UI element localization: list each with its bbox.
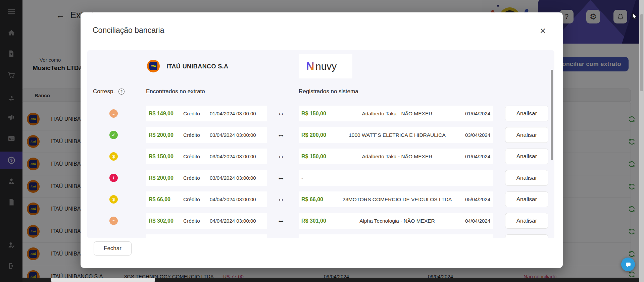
system-entry-empty: -	[299, 170, 493, 186]
system-entry: R$ 150,00 Adalberto Taka - NÃO MEXER 01/…	[299, 149, 493, 164]
system-entry: R$ 301,00 Alpha Tecnologia - NÃO MEXER 0…	[299, 213, 493, 229]
analyze-button[interactable]: Analisar	[505, 170, 548, 186]
svg-text:N: N	[306, 60, 314, 72]
match-row: $ R$ 150,00 Crédito 03/04/2024 03:00:00 …	[87, 149, 554, 164]
match-row-partial: Analisar	[87, 234, 554, 238]
modal-title: Conciliação bancaria	[93, 26, 164, 35]
match-row: ≡ R$ 302,00 Crédito 04/04/2024 03:00:00 …	[87, 213, 554, 229]
horizontal-scrollbar[interactable]	[22, 278, 639, 282]
statement-entry: R$ 200,00 Crédito 03/04/2024 03:00:00	[146, 127, 267, 143]
match-row: $ R$ 66,00 Crédito 04/04/2024 03:00:00 ↔…	[87, 191, 554, 207]
analyze-button[interactable]: Analisar	[505, 234, 548, 238]
reconciliation-modal: Conciliação bancaria ✕ Itaú ITAÚ UNIBANC…	[81, 12, 563, 268]
mouse-cursor	[632, 13, 638, 21]
match-arrow-icon: ↔	[274, 216, 288, 225]
app-screen: ← Extrato c ? ⚙ Ver como MusicTech LTDA …	[0, 0, 644, 282]
statement-header: Encontrados no extrato	[146, 88, 205, 95]
match-arrow-icon: ↔	[274, 151, 288, 160]
reconciliation-panel: Itaú ITAÚ UNIBANCO S.A N nuvy Corresp. ?…	[87, 50, 554, 238]
status-matched-icon: ✓	[109, 131, 118, 139]
corresp-header: Corresp.	[93, 88, 115, 95]
match-row: ✓ R$ 200,00 Crédito 03/04/2024 03:00:00 …	[87, 127, 554, 143]
bank-name: ITAÚ UNIBANCO S.A	[166, 63, 228, 70]
status-amount-icon: $	[109, 152, 118, 161]
match-arrow-icon: ↔	[274, 130, 288, 139]
chat-widget-button[interactable]	[621, 258, 635, 271]
match-arrow-icon: ↔	[274, 108, 288, 117]
analyze-button[interactable]: Analisar	[505, 106, 548, 121]
statement-entry: R$ 200,00 Crédito 03/04/2024 03:00:00	[146, 170, 267, 186]
status-info-icon: i	[109, 174, 118, 182]
system-entry	[299, 234, 493, 238]
system-entry: R$ 66,00 23MOTORS COMERCIO DE VEICULOS L…	[299, 191, 493, 207]
nuvy-logo: N nuvy	[306, 59, 345, 73]
close-modal-button[interactable]: Fechar	[94, 241, 132, 256]
analyze-button[interactable]: Analisar	[505, 213, 548, 229]
system-header: Registrados no sistema	[299, 88, 358, 95]
match-arrow-icon: ↔	[274, 194, 288, 203]
statement-entry: R$ 66,00 Crédito 04/04/2024 03:00:00	[146, 191, 267, 207]
analyze-button[interactable]: Analisar	[505, 191, 548, 207]
status-partial-icon: ≡	[109, 217, 118, 225]
match-row: ≡ R$ 149,00 Crédito 01/04/2024 03:00:00 …	[87, 106, 554, 121]
statement-entry: R$ 149,00 Crédito 01/04/2024 03:00:00	[146, 106, 267, 121]
statement-entry: R$ 302,00 Crédito 04/04/2024 03:00:00	[146, 213, 267, 229]
close-icon[interactable]: ✕	[540, 26, 546, 36]
system-logo-card: N nuvy	[299, 54, 352, 78]
system-entry: R$ 200,00 1000 WATT´S ELETRICA E HIDRAUL…	[299, 127, 493, 143]
modal-scrollbar[interactable]	[551, 70, 553, 160]
status-partial-icon: ≡	[109, 109, 118, 118]
itau-logo: Itaú	[147, 60, 160, 72]
chat-icon	[625, 261, 632, 268]
status-amount-icon: $	[109, 195, 118, 204]
statement-entry: R$ 150,00 Crédito 03/04/2024 03:00:00	[146, 149, 267, 164]
match-arrow-icon: ↔	[274, 173, 288, 182]
statement-entry	[146, 234, 267, 238]
match-row: i R$ 200,00 Crédito 03/04/2024 03:00:00 …	[87, 170, 554, 186]
system-entry: R$ 150,00 Adalberto Taka - NÃO MEXER 01/…	[299, 106, 493, 121]
analyze-button[interactable]: Analisar	[505, 127, 548, 143]
help-circle-icon[interactable]: ?	[118, 89, 125, 95]
svg-text:nuvy: nuvy	[315, 61, 337, 72]
vertical-scrollbar[interactable]	[639, 0, 644, 282]
analyze-button[interactable]: Analisar	[505, 149, 548, 164]
